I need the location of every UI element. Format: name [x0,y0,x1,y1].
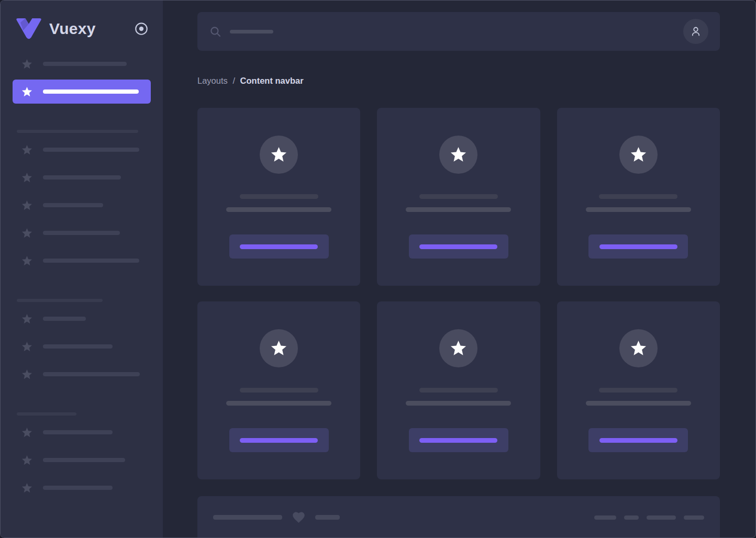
breadcrumb-separator: / [232,76,235,85]
star-icon [270,339,288,357]
card-avatar-circle [619,329,658,367]
menu-item-label-placeholder [43,148,139,152]
star-icon [629,145,648,164]
star-icon [449,145,468,164]
star-icon [629,339,648,357]
sidebar-menu-item[interactable] [13,221,151,245]
button-label-placeholder [599,244,677,249]
card-action-button[interactable] [229,234,329,259]
card-text-placeholder [226,207,331,212]
star-icon [21,313,33,325]
sidebar-menu-item[interactable] [13,448,151,472]
card-text-placeholder [586,207,691,212]
card-action-button[interactable] [588,234,688,259]
breadcrumb-parent[interactable]: Layouts [197,76,228,85]
text-placeholder-bar [213,515,282,520]
card-action-button[interactable] [229,428,329,452]
app-window: Vuexy [0,0,756,538]
menu-item-label-placeholder [43,62,127,66]
menu-section-header-placeholder [17,299,103,302]
star-icon [21,368,33,380]
card-title-placeholder [599,388,677,393]
card-title-placeholder [240,194,318,199]
main-content: Layouts / Content navbar [163,1,755,537]
sidebar-menu-item[interactable] [13,420,151,444]
star-icon [21,58,33,70]
button-label-placeholder [240,244,318,249]
menu-item-label-placeholder [43,231,120,235]
star-icon [21,227,33,239]
card-title-placeholder [240,388,318,393]
text-placeholder-bar [594,515,616,520]
button-label-placeholder [419,438,497,443]
menu-item-label-placeholder [43,344,113,349]
content-card [557,301,720,479]
card-action-button[interactable] [588,428,688,452]
sidebar-menu-item[interactable] [13,138,151,162]
sidebar-header: Vuexy [13,16,151,41]
sidebar-menu-item[interactable] [13,476,151,500]
star-icon [449,339,468,357]
button-label-placeholder [419,244,497,249]
menu-section-header-placeholder [17,130,138,133]
search-input[interactable] [230,30,273,33]
sidebar-menu-item[interactable] [13,80,151,104]
sidebar-menu-item[interactable] [13,334,151,358]
sidebar-menu [13,52,151,503]
breadcrumb: Layouts / Content navbar [197,76,720,86]
footer-card [197,496,720,538]
menu-item-label-placeholder [43,430,113,434]
card-action-button[interactable] [409,234,508,259]
menu-item-label-placeholder [43,317,86,321]
sidebar-menu-item[interactable] [13,307,151,331]
card-action-button[interactable] [409,428,508,452]
card-avatar-circle [260,329,298,367]
menu-section-header-placeholder [17,412,76,416]
star-icon [21,482,33,494]
menu-item-label-placeholder [43,203,103,207]
footer-right-group [594,515,704,520]
star-icon [21,199,33,211]
card-avatar-circle [619,136,658,174]
vuexy-logo-icon [16,18,42,40]
star-icon [21,427,33,439]
card-avatar-circle [439,136,477,174]
star-icon [21,144,33,156]
menu-item-label-placeholder [43,458,125,462]
sidebar-menu-item[interactable] [13,362,151,386]
card-text-placeholder [586,401,691,406]
sidebar-menu-item[interactable] [13,193,151,217]
top-navbar [197,12,720,51]
card-title-placeholder [419,388,498,393]
star-icon [21,454,33,466]
card-text-placeholder [226,401,331,406]
footer-left-group [213,510,340,524]
text-placeholder-bar [624,515,639,520]
card-text-placeholder [406,401,511,406]
card-avatar-circle [260,136,298,174]
card-title-placeholder [599,194,677,199]
card-title-placeholder [419,194,498,199]
star-icon [21,255,33,267]
content-card [557,108,720,286]
sidebar-menu-item[interactable] [13,165,151,189]
menu-item-label-placeholder [43,259,139,263]
menu-pin-toggle-icon[interactable] [134,21,149,36]
content-card [197,108,360,286]
footer-row [213,510,704,524]
cards-grid [197,108,720,479]
card-text-placeholder [406,207,511,212]
content-card [377,108,540,286]
sidebar-menu-item[interactable] [13,52,151,76]
star-icon [270,145,288,164]
search-icon[interactable] [209,25,222,38]
text-placeholder-bar [684,515,704,520]
menu-item-label-placeholder [43,372,140,376]
menu-item-label-placeholder [43,89,139,94]
breadcrumb-current: Content navbar [240,76,304,85]
menu-item-label-placeholder [43,486,113,490]
sidebar-menu-item[interactable] [13,249,151,273]
content-card [377,301,540,479]
star-icon [21,172,33,184]
user-avatar[interactable] [683,19,708,44]
